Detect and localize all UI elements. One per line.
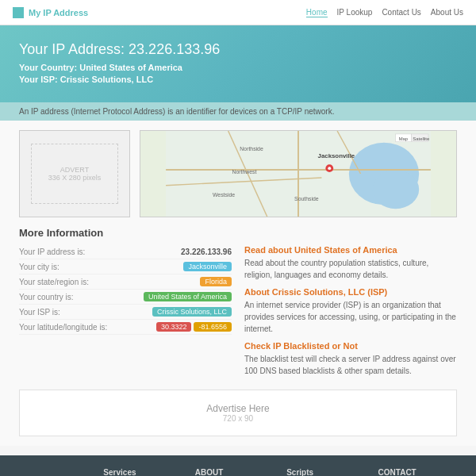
right-info-col: Read about United States of America Read…	[244, 245, 457, 380]
hero-section: Your IP Address: 23.226.133.96 Your Coun…	[0, 25, 476, 102]
header: My IP Address Home IP Lookup Contact Us …	[0, 0, 476, 25]
footer-contact-heading: CONTACT	[378, 468, 457, 476]
svg-text:Northwest: Northwest	[232, 169, 257, 175]
content-row: ADVERT 336 X 280 pixels Northside North	[19, 130, 457, 217]
footer-scripts-heading: Scripts	[286, 468, 365, 476]
info-banner: An IP address (Internet Protocol Address…	[0, 102, 476, 121]
ad-size: 336 X 280 pixels	[48, 174, 102, 182]
country-info: Your Country: United States of America	[19, 63, 457, 72]
footer-col-about: ABOUT The Company History Vision	[195, 468, 274, 476]
footer-logo: My IP Address	[19, 468, 90, 476]
footer-col-scripts: Scripts WHOIS Data IP Locate Down or Not…	[286, 468, 365, 476]
map-svg: Northside Northwest Westside Southside J…	[140, 131, 456, 217]
table-row: Your IP address is: 23.226.133.96	[19, 245, 232, 259]
table-row: Your country is: United States of Americ…	[19, 290, 232, 305]
right-section-title-1: Read about United States of America	[244, 245, 457, 255]
svg-text:Northside: Northside	[240, 146, 263, 152]
right-section-title-2: About Crissic Solutions, LLC (ISP)	[244, 287, 457, 297]
right-section-text-3: The blacklist test will check a server I…	[244, 353, 457, 377]
table-row: Your ISP is: Crissic Solutions, LLC	[19, 305, 232, 320]
svg-text:Westside: Westside	[213, 192, 235, 198]
ad-banner-title: Advertise Here	[33, 403, 443, 414]
footer-services-heading: Services	[103, 468, 182, 476]
svg-text:Jacksonville: Jacksonville	[318, 152, 355, 159]
info-table: Your IP address is: 23.226.133.96 Your c…	[19, 245, 232, 380]
footer-about-heading: ABOUT	[195, 468, 274, 476]
more-info-title: More Information	[19, 227, 457, 239]
footer-top: My IP Address Services Web Design WHMCS …	[19, 468, 457, 476]
nav-contact[interactable]: Contact Us	[382, 8, 420, 17]
svg-text:Southside: Southside	[294, 196, 319, 202]
svg-point-2	[372, 170, 419, 209]
right-section-title-3: Check IP Blacklisted or Not	[244, 341, 457, 351]
right-section-text-2: An internet service provider (ISP) is an…	[244, 299, 457, 335]
footer: My IP Address Services Web Design WHMCS …	[0, 455, 476, 476]
nav-ip-lookup[interactable]: IP Lookup	[337, 8, 373, 17]
isp-info: Your ISP: Crissic Solutions, LLC	[19, 75, 457, 84]
advertise-banner[interactable]: Advertise Here 720 x 90	[19, 390, 457, 436]
ad-banner-size: 720 x 90	[33, 414, 443, 423]
table-row: Your state/region is: Florida	[19, 274, 232, 290]
right-section-text-1: Read about the country population statis…	[244, 257, 457, 281]
table-row: Your city is: Jacksonville	[19, 259, 232, 274]
svg-text:Map: Map	[399, 136, 409, 141]
main-content: ADVERT 336 X 280 pixels Northside North	[0, 121, 476, 446]
more-info-section: More Information Your IP address is: 23.…	[19, 227, 457, 380]
ip-address-title: Your IP Address: 23.226.133.96	[19, 41, 457, 58]
logo-icon	[13, 7, 24, 18]
footer-col-services: Services Web Design WHMCS Integration Mo…	[103, 468, 182, 476]
ad-placeholder: ADVERT 336 X 280 pixels	[19, 130, 130, 217]
table-row: Your latitude/longitude is: 30.3322 -81.…	[19, 320, 232, 335]
two-col-layout: Your IP address is: 23.226.133.96 Your c…	[19, 245, 457, 380]
nav-about[interactable]: About Us	[431, 8, 463, 17]
logo-area: My IP Address	[13, 7, 88, 18]
main-nav: Home IP Lookup Contact Us About Us	[306, 8, 463, 17]
ad-label: ADVERT	[60, 166, 89, 174]
footer-col-contact: CONTACT Basic Info Map Contact Form	[378, 468, 457, 476]
map-container: Northside Northwest Westside Southside J…	[140, 130, 457, 217]
svg-text:Satellite: Satellite	[413, 136, 429, 141]
nav-home[interactable]: Home	[306, 8, 328, 17]
svg-point-14	[328, 167, 331, 170]
logo-text: My IP Address	[29, 8, 88, 17]
